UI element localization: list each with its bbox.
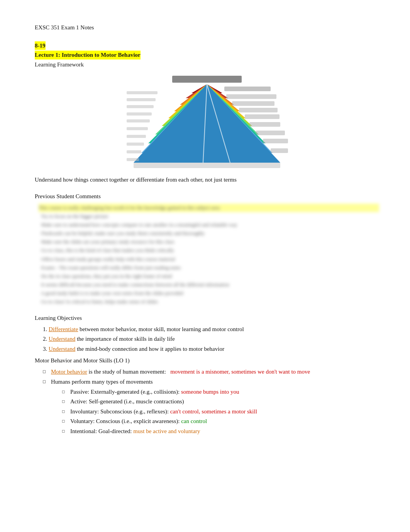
svg-rect-31 <box>127 150 141 153</box>
motor-behavior-keyword: Motor behavior <box>51 369 87 375</box>
svg-rect-28 <box>127 127 148 130</box>
voluntary-text: Conscious (i.e., explicit awareness): <box>96 418 181 424</box>
svg-rect-14 <box>256 131 285 135</box>
intentional-highlight: must be active and voluntary <box>133 428 200 434</box>
date-label: 8-19 <box>35 41 46 50</box>
lo-3-text: the mind-body connection and how it appl… <box>77 346 224 352</box>
understand-text: Understand how things connect together o… <box>35 175 379 184</box>
doc-title: EXSC 351 Exam 1 Notes <box>35 23 379 32</box>
lo-item-3: Understand the mind-body connection and … <box>49 345 379 354</box>
lo-3-keyword: Understand <box>49 346 75 352</box>
svg-rect-16 <box>263 139 288 143</box>
involuntary-bullet: Involuntary: Subconscious (e.g., reflexe… <box>62 407 379 416</box>
comments-block: This course is really challenging but wo… <box>35 204 379 306</box>
learning-framework-label: Learning Framework <box>35 60 379 69</box>
learning-objectives-list: Differentiate between motor behavior, mo… <box>35 325 379 354</box>
svg-rect-6 <box>232 101 274 106</box>
motor-section-title: Motor Behavior and Motor Skills (LO 1) <box>35 356 379 365</box>
motor-behavior-highlight: movement is a misnomer, sometimes we don… <box>170 369 310 375</box>
svg-rect-10 <box>245 114 280 119</box>
intentional-bullet: Intentional: Goal-directed: must be acti… <box>62 427 379 436</box>
prev-comments-title: Previous Student Comments <box>35 192 379 201</box>
active-text: Self-generated (i.e., muscle contraction… <box>89 398 184 405</box>
svg-rect-4 <box>226 94 276 99</box>
lo-item-1: Differentiate between motor behavior, mo… <box>49 325 379 334</box>
motor-bullet-2: Humans perform many types of movements P… <box>42 377 379 435</box>
voluntary-label: Voluntary: <box>70 418 96 424</box>
svg-rect-25 <box>127 105 154 108</box>
svg-rect-18 <box>271 148 288 153</box>
motor-bullets-list: Motor behavior is the study of human mov… <box>35 367 379 436</box>
svg-rect-20 <box>134 163 280 168</box>
passive-label: Passive: <box>70 389 91 395</box>
lo-2-keyword: Understand <box>49 336 75 342</box>
svg-rect-27 <box>127 119 150 122</box>
passive-highlight: someone bumps into you <box>181 389 239 395</box>
voluntary-bullet: Voluntary: Conscious (i.e., explicit awa… <box>62 417 379 426</box>
motor-behavior-text: is the study of human movement: <box>88 369 169 375</box>
pyramid-diagram <box>126 76 288 168</box>
passive-text: Externally-generated (e.g., collisions): <box>91 389 181 395</box>
svg-rect-23 <box>127 91 158 94</box>
active-bullet: Active: Self-generated (i.e., muscle con… <box>62 397 379 406</box>
pyramid-container <box>35 76 379 168</box>
svg-rect-2 <box>224 87 271 91</box>
involuntary-text: Subconscious (e.g., reflexes): <box>100 408 170 415</box>
involuntary-highlight: can't control, sometimes a motor skill <box>170 408 257 415</box>
lo-1-keyword: Differentiate <box>49 326 78 332</box>
intentional-text: Goal-directed: <box>98 428 133 434</box>
svg-rect-26 <box>127 112 152 116</box>
learning-objectives-title: Learning Objectives <box>35 314 379 323</box>
lo-1-text: between motor behavior, motor skill, mot… <box>80 326 244 332</box>
motor-bullet-1: Motor behavior is the study of human mov… <box>42 367 379 376</box>
intentional-label: Intentional: <box>70 428 98 434</box>
svg-rect-30 <box>127 143 144 146</box>
voluntary-highlight: can control <box>181 418 207 424</box>
svg-rect-8 <box>239 108 278 112</box>
lecture-title: Lecture 1: Introduction to Motor Behavio… <box>35 51 141 59</box>
svg-rect-0 <box>172 76 242 83</box>
svg-rect-29 <box>127 135 146 138</box>
active-label: Active: <box>70 398 89 405</box>
lo-item-2: Understand the importance of motor skill… <box>49 335 379 343</box>
movement-types-list: Passive: Externally-generated (e.g., col… <box>51 388 379 436</box>
svg-rect-12 <box>249 122 280 127</box>
humans-perform-text: Humans perform many types of movements <box>51 379 153 385</box>
svg-rect-24 <box>127 98 156 101</box>
passive-bullet: Passive: Externally-generated (e.g., col… <box>62 388 379 396</box>
involuntary-label: Involuntary: <box>70 408 100 415</box>
svg-rect-32 <box>127 158 139 161</box>
lo-2-text: the importance of motor skills in daily … <box>77 336 175 342</box>
